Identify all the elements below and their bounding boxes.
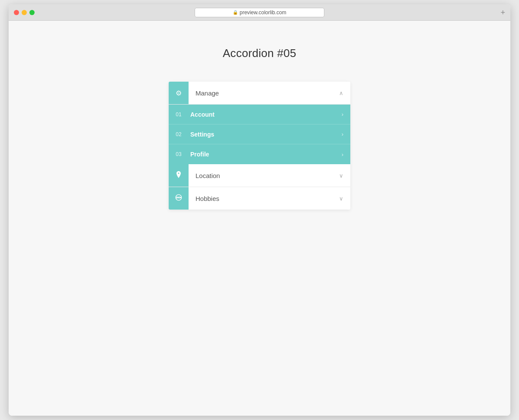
page-title: Accordion #05 bbox=[223, 47, 296, 60]
hobbies-chevron: ∨ bbox=[332, 195, 350, 202]
manage-body: 01 Account › 02 Settings › 03 Profile › bbox=[169, 105, 350, 164]
minimize-button[interactable] bbox=[22, 10, 27, 15]
manage-icon-cell: ⚙ bbox=[169, 82, 189, 104]
gear-icon: ⚙ bbox=[176, 89, 182, 97]
location-label: Location bbox=[189, 172, 332, 179]
profile-chevron: › bbox=[335, 151, 350, 158]
location-pin-icon bbox=[176, 171, 181, 180]
hobbies-label: Hobbies bbox=[189, 195, 332, 202]
accordion: ⚙ Manage ∧ 01 Account › 02 Settings › bbox=[169, 82, 350, 210]
settings-number: 02 bbox=[169, 131, 189, 137]
hobbies-icon bbox=[175, 194, 182, 203]
browser-window: 🔒 preview.colorlib.com + Accordion #05 ⚙… bbox=[9, 4, 510, 416]
manage-label: Manage bbox=[189, 89, 332, 97]
url-bar[interactable]: 🔒 preview.colorlib.com bbox=[195, 8, 324, 17]
accordion-header-manage[interactable]: ⚙ Manage ∧ bbox=[169, 82, 350, 105]
sub-item-settings[interactable]: 02 Settings › bbox=[169, 124, 350, 144]
profile-number: 03 bbox=[169, 151, 189, 157]
accordion-item-location: Location ∨ bbox=[169, 164, 350, 187]
lock-icon: 🔒 bbox=[233, 10, 238, 15]
new-tab-button[interactable]: + bbox=[500, 9, 505, 16]
location-chevron: ∨ bbox=[332, 172, 350, 179]
settings-label: Settings bbox=[189, 131, 335, 138]
accordion-item-hobbies: Hobbies ∨ bbox=[169, 187, 350, 210]
accordion-header-location[interactable]: Location ∨ bbox=[169, 164, 350, 187]
manage-chevron: ∧ bbox=[332, 90, 350, 96]
browser-titlebar: 🔒 preview.colorlib.com + bbox=[9, 4, 510, 21]
url-text: preview.colorlib.com bbox=[240, 10, 286, 16]
location-icon-cell bbox=[169, 164, 189, 187]
sub-item-account[interactable]: 01 Account › bbox=[169, 105, 350, 124]
maximize-button[interactable] bbox=[29, 10, 35, 15]
browser-content: Accordion #05 ⚙ Manage ∧ 01 Account › bbox=[9, 21, 510, 416]
sub-item-profile[interactable]: 03 Profile › bbox=[169, 144, 350, 164]
accordion-header-hobbies[interactable]: Hobbies ∨ bbox=[169, 187, 350, 210]
traffic-lights bbox=[14, 10, 35, 15]
account-label: Account bbox=[189, 111, 335, 118]
account-number: 01 bbox=[169, 111, 189, 118]
hobbies-icon-cell bbox=[169, 187, 189, 210]
close-button[interactable] bbox=[14, 10, 19, 15]
accordion-item-manage: ⚙ Manage ∧ 01 Account › 02 Settings › bbox=[169, 82, 350, 164]
settings-chevron: › bbox=[335, 131, 350, 137]
account-chevron: › bbox=[335, 111, 350, 118]
profile-label: Profile bbox=[189, 151, 335, 158]
